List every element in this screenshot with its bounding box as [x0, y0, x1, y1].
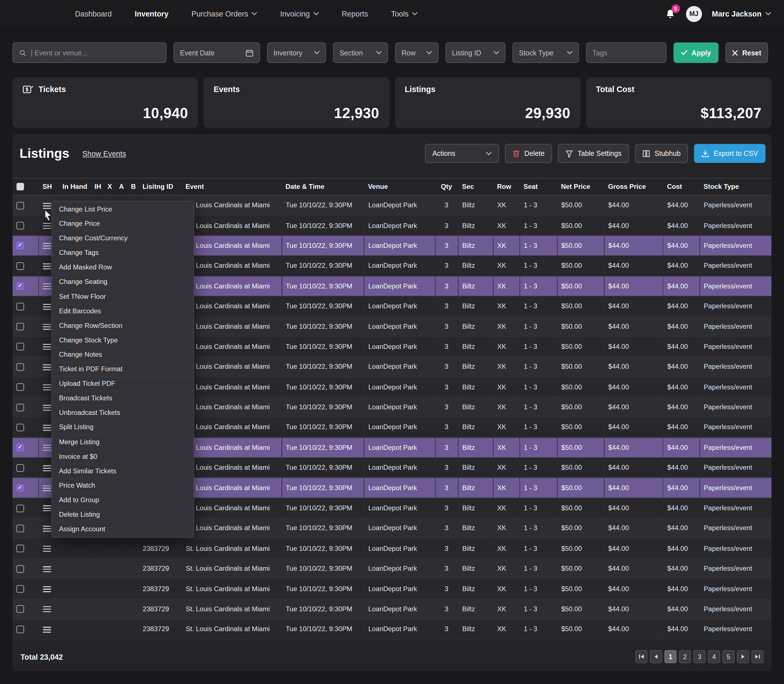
- filter-dropdown-section[interactable]: Section: [333, 42, 388, 63]
- menu-item-delete-listing[interactable]: Delete Listing: [52, 508, 194, 522]
- column-header-b[interactable]: B: [127, 178, 139, 195]
- row-checkbox[interactable]: [16, 222, 24, 229]
- table-row[interactable]: 2383729St. Louis Cardinals at MiamiTue 1…: [13, 579, 772, 598]
- prev-page-button[interactable]: [650, 650, 662, 663]
- menu-item-change-seating[interactable]: Change Seating: [52, 275, 194, 290]
- row-menu-icon[interactable]: [43, 607, 51, 612]
- row-checkbox[interactable]: [16, 424, 24, 431]
- row-checkbox[interactable]: [16, 303, 24, 310]
- row-checkbox[interactable]: [16, 585, 24, 593]
- user-menu[interactable]: Marc Jackson: [712, 10, 771, 18]
- menu-item-upload-ticket-pdf[interactable]: Upload Ticket PDF: [52, 377, 194, 391]
- reset-button[interactable]: Reset: [726, 42, 768, 63]
- menu-item-change-notes[interactable]: Change Notes: [52, 348, 194, 362]
- last-page-button[interactable]: [752, 650, 763, 663]
- menu-item-broadcast-tickets[interactable]: Broadcast Tickets: [52, 391, 194, 406]
- event-date-picker[interactable]: Event Date: [173, 42, 260, 63]
- row-checkbox[interactable]: [16, 404, 24, 411]
- menu-item-edit-barcodes[interactable]: Edit Barcodes: [52, 304, 194, 319]
- table-row[interactable]: 2383729St. Louis Cardinals at MiamiTue 1…: [13, 538, 772, 558]
- row-checkbox[interactable]: [16, 525, 24, 532]
- tags-input[interactable]: [593, 49, 660, 57]
- table-row[interactable]: 2383729St. Louis Cardinals at MiamiTue 1…: [13, 599, 772, 619]
- menu-item-merge-listing[interactable]: Merge Listing: [52, 435, 194, 450]
- menu-item-split-listing[interactable]: Split Listing: [52, 421, 194, 435]
- actions-dropdown[interactable]: Actions: [425, 144, 499, 163]
- row-menu-icon[interactable]: [43, 566, 51, 572]
- row-menu-icon[interactable]: [43, 223, 51, 229]
- column-header-event[interactable]: Event: [181, 178, 281, 195]
- menu-item-change-list-price[interactable]: Change List Price: [52, 202, 194, 217]
- apply-button[interactable]: Apply: [673, 42, 718, 63]
- menu-item-change-stock-type[interactable]: Change Stock Type: [52, 333, 194, 348]
- filter-dropdown-row[interactable]: Row: [395, 42, 438, 63]
- table-row[interactable]: 2383729St. Louis Cardinals at MiamiTue 1…: [13, 619, 772, 639]
- row-checkbox[interactable]: [16, 484, 24, 492]
- page-button-5[interactable]: 5: [723, 650, 734, 663]
- row-menu-icon[interactable]: [43, 505, 51, 511]
- row-menu-icon[interactable]: [43, 445, 51, 451]
- nav-item-reports[interactable]: Reports: [342, 10, 368, 18]
- column-header-sec[interactable]: Sec: [458, 178, 493, 195]
- nav-item-dashboard[interactable]: Dashboard: [75, 10, 112, 18]
- column-header-date-time[interactable]: Date & Time: [281, 178, 364, 195]
- row-menu-icon[interactable]: [43, 465, 51, 471]
- menu-item-set-tnow-floor[interactable]: Set TNow Floor: [52, 290, 194, 304]
- delete-button[interactable]: Delete: [505, 144, 552, 163]
- menu-item-assign-account[interactable]: Assign Account: [52, 522, 194, 536]
- row-menu-icon[interactable]: [43, 425, 51, 431]
- page-button-4[interactable]: 4: [708, 650, 720, 663]
- column-header-net-price[interactable]: Net Price: [557, 178, 604, 195]
- nav-item-purchase-orders[interactable]: Purchase Orders: [191, 10, 257, 18]
- row-menu-icon[interactable]: [43, 203, 51, 209]
- column-header-stock-type[interactable]: Stock Type: [700, 178, 771, 195]
- row-checkbox[interactable]: [16, 605, 24, 613]
- column-header-in-hand[interactable]: In Hand: [58, 178, 91, 195]
- search-input[interactable]: [31, 49, 160, 57]
- row-menu-icon[interactable]: [43, 384, 51, 390]
- menu-item-change-price[interactable]: Change Price: [52, 217, 194, 231]
- row-menu-icon[interactable]: [43, 546, 51, 552]
- row-menu-icon[interactable]: [43, 405, 51, 410]
- row-checkbox[interactable]: [16, 323, 24, 331]
- stubhub-button[interactable]: Stubhub: [635, 144, 688, 163]
- row-checkbox[interactable]: [16, 383, 24, 391]
- column-header-gross-price[interactable]: Gross Price: [604, 178, 663, 195]
- row-checkbox[interactable]: [16, 504, 24, 512]
- menu-item-invoice-at-0[interactable]: Invoice at $0: [52, 450, 194, 464]
- table-settings-button[interactable]: Table Settings: [558, 144, 629, 163]
- column-header-a[interactable]: A: [115, 178, 127, 195]
- row-checkbox[interactable]: [16, 242, 24, 250]
- nav-item-tools[interactable]: Tools: [391, 10, 418, 18]
- menu-item-change-row-section[interactable]: Change Row/Section: [52, 319, 194, 333]
- row-menu-icon[interactable]: [43, 283, 51, 289]
- column-header-lisitng-id[interactable]: Lisitng ID: [139, 178, 182, 195]
- column-header-seat[interactable]: Seat: [519, 178, 557, 195]
- row-menu-icon[interactable]: [43, 486, 51, 491]
- page-button-3[interactable]: 3: [693, 650, 706, 663]
- row-checkbox[interactable]: [16, 444, 24, 452]
- filter-dropdown-stock-type[interactable]: Stock Type: [512, 42, 579, 63]
- row-checkbox[interactable]: [16, 626, 24, 633]
- row-checkbox[interactable]: [16, 202, 24, 209]
- row-menu-icon[interactable]: [43, 324, 51, 329]
- menu-item-change-cost-currency[interactable]: Change Cost/Currency: [52, 231, 194, 246]
- row-menu-icon[interactable]: [43, 526, 51, 532]
- menu-item-unbroadcast-tickets[interactable]: Unbroadcast Tickets: [52, 406, 194, 421]
- menu-item-price-watch[interactable]: Price Watch: [52, 479, 194, 493]
- row-menu-icon[interactable]: [43, 263, 51, 269]
- column-header-cost[interactable]: Cost: [663, 178, 700, 195]
- row-checkbox[interactable]: [16, 464, 24, 472]
- nav-item-invoicing[interactable]: Invoicing: [280, 10, 319, 18]
- row-menu-icon[interactable]: [43, 344, 51, 350]
- row-menu-icon[interactable]: [43, 243, 51, 249]
- show-events-link[interactable]: Show Events: [82, 149, 126, 158]
- column-header-row[interactable]: Row: [493, 178, 519, 195]
- menu-item-ticket-in-pdf-format[interactable]: Ticket in PDF Format: [52, 362, 194, 377]
- row-menu-icon[interactable]: [43, 627, 51, 632]
- row-checkbox[interactable]: [16, 343, 24, 350]
- menu-item-change-tags[interactable]: Change Tags: [52, 246, 194, 260]
- page-button-1[interactable]: 1: [664, 650, 677, 663]
- menu-item-add-similar-tickets[interactable]: Add Similar Tickets: [52, 464, 194, 479]
- table-row[interactable]: 2383729St. Louis Cardinals at MiamiTue 1…: [13, 558, 772, 579]
